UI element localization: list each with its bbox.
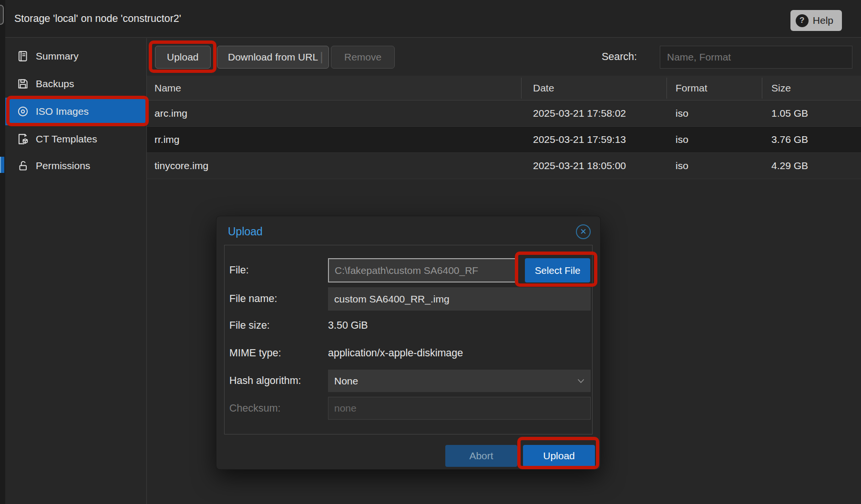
close-glyph: ✕	[580, 227, 586, 237]
sidebar-item-summary[interactable]: Summary	[5, 42, 146, 70]
column-header-size[interactable]: Size	[771, 76, 791, 101]
column-header-format[interactable]: Format	[676, 76, 707, 101]
file-name-label: File name:	[229, 293, 277, 305]
hash-algorithm-select[interactable]: None	[328, 370, 591, 392]
cell-date: 2025-03-21 18:05:00	[533, 153, 626, 179]
sidebar-item-permissions[interactable]: Permissions	[5, 152, 146, 180]
unlock-icon	[17, 160, 29, 172]
sidebar-item-label: Permissions	[36, 160, 90, 171]
column-divider	[762, 78, 762, 99]
column-divider	[521, 78, 522, 99]
sidebar-item-label: CT Templates	[36, 133, 97, 145]
hash-algorithm-label: Hash algorithm:	[229, 375, 301, 387]
dialog-form: File: C:\fakepath\custom SA6400_RF Selec…	[224, 245, 593, 434]
cell-size: 1.05 GB	[771, 101, 808, 126]
column-divider	[666, 78, 667, 99]
cell-size: 3.76 GB	[771, 127, 808, 152]
sidebar-item-label: ISO Images	[36, 106, 89, 117]
partial-selected-tree-item	[0, 157, 4, 173]
cd-icon	[17, 105, 29, 118]
dialog-title: Upload	[228, 225, 263, 238]
chevron-down-icon	[577, 379, 584, 383]
table-row[interactable]: arc.img 2025-03-21 17:58:02 iso 1.05 GB	[147, 101, 861, 127]
mime-type-label: MIME type:	[229, 347, 281, 359]
cell-format: iso	[676, 153, 688, 179]
cell-size: 4.29 GB	[771, 153, 808, 179]
abort-button: Abort	[445, 445, 517, 467]
sidebar-item-label: Summary	[36, 50, 79, 62]
proxmox-storage-screen: Storage 'local' on node 'constructor2' ?…	[0, 0, 861, 504]
cell-name: tinycore.img	[154, 153, 208, 179]
file-size-label: File size:	[229, 320, 270, 332]
dialog-upload-button[interactable]: Upload	[523, 445, 595, 467]
cell-date: 2025-03-21 17:58:02	[533, 101, 626, 126]
file-size-value: 3.50 GiB	[328, 320, 368, 332]
storage-sidebar: Summary Backups ISO Images CT Templates …	[5, 38, 147, 504]
file-name-input[interactable]: custom SA6400_RR_.img	[328, 287, 591, 311]
top-bar: Storage 'local' on node 'constructor2' ?…	[0, 0, 861, 38]
search-input[interactable]	[660, 46, 852, 69]
sidebar-item-label: Backups	[36, 78, 74, 90]
book-icon	[17, 50, 29, 62]
hash-algorithm-value: None	[334, 375, 358, 386]
question-icon: ?	[796, 14, 809, 27]
checksum-label: Checksum:	[229, 403, 281, 414]
file-cube-icon	[17, 133, 29, 145]
sidebar-item-iso-images[interactable]: ISO Images	[5, 98, 146, 125]
left-edge-strip	[0, 0, 5, 504]
search-label: Search:	[602, 38, 637, 76]
cell-format: iso	[676, 101, 688, 126]
table-header: Name Date Format Size	[147, 76, 861, 101]
table-row[interactable]: tinycore.img 2025-03-21 18:05:00 iso 4.2…	[147, 153, 861, 179]
cell-date: 2025-03-21 17:59:13	[533, 127, 626, 152]
column-header-name[interactable]: Name	[154, 76, 181, 101]
upload-dialog: Upload ✕ File: C:\fakepath\custom SA6400…	[216, 216, 601, 470]
page-title: Storage 'local' on node 'constructor2'	[14, 0, 181, 38]
upload-button[interactable]: Upload	[155, 46, 211, 69]
close-icon[interactable]: ✕	[576, 224, 591, 239]
floppy-icon	[17, 78, 29, 90]
partial-panel-edge	[0, 5, 4, 25]
help-button-label: Help	[813, 15, 833, 26]
toolbar-separator: |	[320, 38, 323, 76]
sidebar-item-backups[interactable]: Backups	[5, 70, 146, 98]
file-label: File:	[229, 264, 249, 276]
file-path-input[interactable]: C:\fakepath\custom SA6400_RF	[328, 258, 516, 282]
checksum-input	[328, 397, 591, 420]
download-from-url-button[interactable]: Download from URL	[217, 46, 329, 69]
cell-name: arc.img	[154, 101, 187, 126]
cell-name: rr.img	[154, 127, 180, 152]
column-header-date[interactable]: Date	[533, 76, 554, 101]
dialog-footer: Abort Upload	[216, 434, 600, 470]
remove-button: Remove	[331, 46, 395, 69]
help-button[interactable]: ? Help	[790, 10, 842, 31]
mime-type-value: application/x-apple-diskimage	[328, 347, 463, 359]
sidebar-item-ct-templates[interactable]: CT Templates	[5, 125, 146, 153]
table-row[interactable]: rr.img 2025-03-21 17:59:13 iso 3.76 GB	[147, 127, 861, 153]
select-file-button[interactable]: Select File	[525, 258, 590, 282]
cell-format: iso	[676, 127, 688, 152]
